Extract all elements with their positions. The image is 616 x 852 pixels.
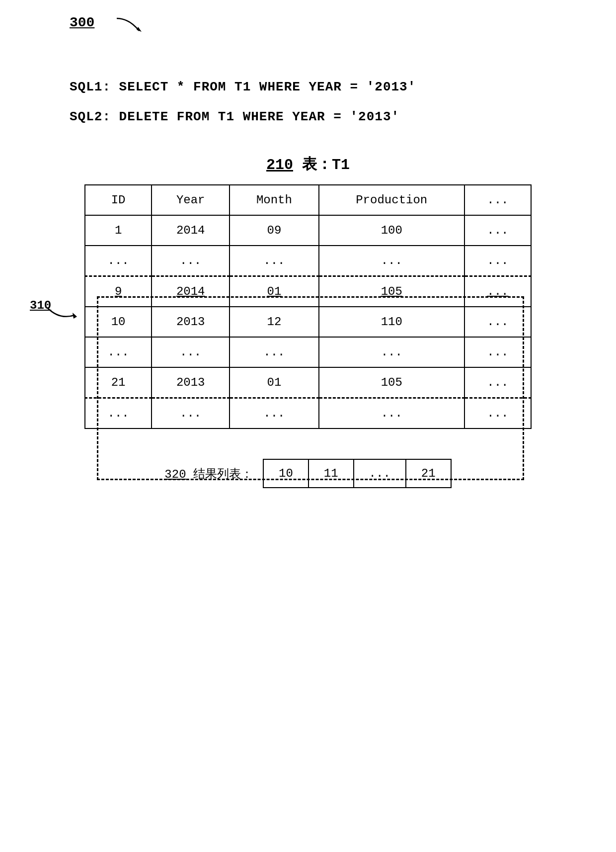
cell-production: 105 [319,367,464,398]
cell-extra: ... [464,307,531,337]
cell-month: 01 [230,367,319,398]
result-label-num: 320 [164,468,186,481]
cell-month: 01 [230,276,319,307]
cell-year: 2013 [152,367,230,398]
sql-section: SQL1: SELECT * FROM T1 WHERE YEAR = '201… [70,80,586,124]
cell-year: ... [152,398,230,429]
table-title: 210 表：T1 [266,154,350,174]
main-table: ID Year Month Production ... 1 2014 09 1… [84,184,532,429]
svg-marker-0 [137,27,142,32]
result-table: 10 11 ... 21 [263,459,452,488]
cell-production: 100 [319,215,464,246]
result-label-text: 结果列表： [193,468,253,481]
cell-extra: ... [464,337,531,367]
cell-month: ... [230,337,319,367]
table-row: 1 2014 09 100 ... [85,215,531,246]
table-row: ... ... ... ... ... [85,246,531,276]
col-header-month: Month [230,185,319,215]
cell-id: 10 [85,307,152,337]
result-cell-4: 21 [406,459,451,488]
result-cell-2: 11 [308,459,354,488]
cell-production: ... [319,398,464,429]
cell-year: 2014 [152,215,230,246]
col-header-id: ID [85,185,152,215]
cell-production: 105 [319,276,464,307]
sql2-statement: SQL2: DELETE FROM T1 WHERE YEAR = '2013' [70,109,586,124]
result-label: 320 结果列表： [164,466,253,482]
cell-extra: ... [464,276,531,307]
cell-year: ... [152,337,230,367]
cell-year: ... [152,246,230,276]
cell-extra: ... [464,246,531,276]
cell-id: ... [85,337,152,367]
table-title-text: 表：T1 [302,157,350,173]
table-row: 10 2013 12 110 ... [85,307,531,337]
result-row: 10 11 ... 21 [263,459,451,488]
table-title-section: 210 表：T1 [30,154,586,174]
cell-id: 9 [85,276,152,307]
cell-month: ... [230,246,319,276]
col-header-extra: ... [464,185,531,215]
cell-year: 2013 [152,307,230,337]
cell-id: 21 [85,367,152,398]
figure-arrow [114,16,144,38]
cell-id: 1 [85,215,152,246]
cell-production: ... [319,337,464,367]
table-row-21: 21 2013 01 105 ... [85,367,531,398]
table-row: ... ... ... ... ... [85,337,531,367]
cell-extra: ... [464,367,531,398]
cell-production: 110 [319,307,464,337]
svg-marker-1 [73,313,77,319]
table-header-row: ID Year Month Production ... [85,185,531,215]
table-wrapper: ID Year Month Production ... 1 2014 09 1… [84,184,532,429]
table-row-9: 9 2014 01 105 ... [85,276,531,307]
col-header-year: Year [152,185,230,215]
result-section: 320 结果列表： 10 11 ... 21 [30,459,586,488]
result-cell-3: ... [354,459,406,488]
sql1-statement: SQL1: SELECT * FROM T1 WHERE YEAR = '201… [70,80,586,94]
cell-extra: ... [464,398,531,429]
col-header-production: Production [319,185,464,215]
cell-extra: ... [464,215,531,246]
table-number: 210 [266,157,293,173]
cell-month: ... [230,398,319,429]
cell-id: ... [85,246,152,276]
cell-year: 2014 [152,276,230,307]
cell-month: 12 [230,307,319,337]
result-cell-1: 10 [263,459,308,488]
figure-number: 300 [70,15,94,30]
cell-month: 09 [230,215,319,246]
cell-id: ... [85,398,152,429]
cell-production: ... [319,246,464,276]
table-row-dashed-end: ... ... ... ... ... [85,398,531,429]
